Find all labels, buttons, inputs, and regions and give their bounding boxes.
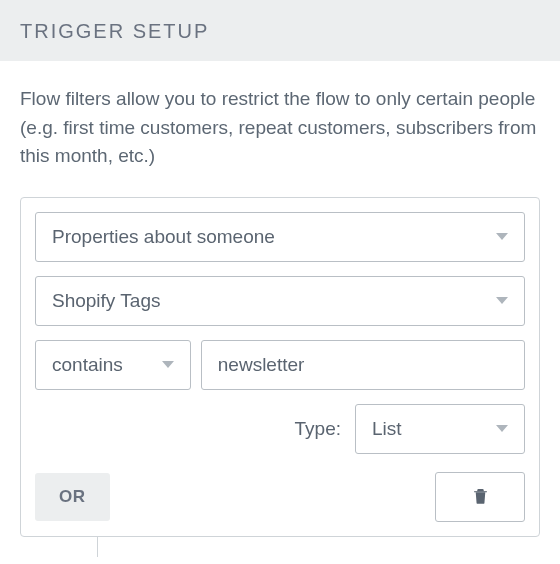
type-value: List <box>372 418 402 440</box>
chevron-down-icon <box>496 425 508 432</box>
connector-line <box>97 537 540 557</box>
type-select[interactable]: List <box>355 404 525 454</box>
property-type-value: Properties about someone <box>52 226 275 248</box>
operator-select[interactable]: contains <box>35 340 191 390</box>
attribute-value: Shopify Tags <box>52 290 160 312</box>
filter-description: Flow filters allow you to restrict the f… <box>20 85 540 171</box>
filter-actions-row: OR <box>35 472 525 522</box>
panel-header: TRIGGER SETUP <box>0 0 560 61</box>
panel-title: TRIGGER SETUP <box>20 20 540 43</box>
operator-value: contains <box>52 354 123 376</box>
chevron-down-icon <box>496 297 508 304</box>
attribute-select[interactable]: Shopify Tags <box>35 276 525 326</box>
type-row: Type: List <box>35 404 525 454</box>
trash-icon <box>473 488 488 505</box>
operator-value-row: contains <box>35 340 525 390</box>
property-type-select[interactable]: Properties about someone <box>35 212 525 262</box>
filter-value-input[interactable] <box>201 340 525 390</box>
type-label: Type: <box>295 418 341 440</box>
or-button[interactable]: OR <box>35 473 110 521</box>
panel-content: Flow filters allow you to restrict the f… <box>0 61 560 557</box>
chevron-down-icon <box>162 361 174 368</box>
delete-filter-button[interactable] <box>435 472 525 522</box>
filter-condition-box: Properties about someone Shopify Tags co… <box>20 197 540 537</box>
chevron-down-icon <box>496 233 508 240</box>
